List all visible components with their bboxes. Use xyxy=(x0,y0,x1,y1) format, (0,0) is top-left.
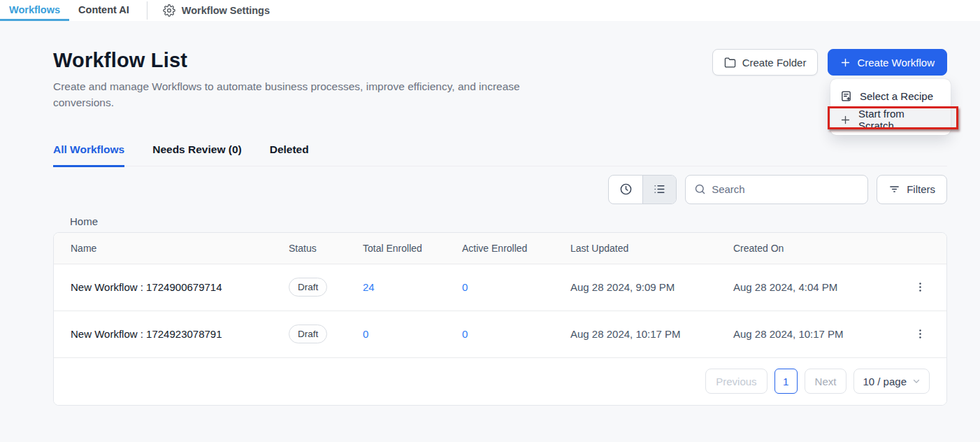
table-row[interactable]: New Workflow : 1724900679714 Draft 24 0 … xyxy=(54,264,946,311)
tab-needs-review[interactable]: Needs Review (0) xyxy=(152,143,242,167)
workflow-view-tabs: All Workflows Needs Review (0) Deleted xyxy=(53,143,947,166)
kebab-menu-icon xyxy=(914,328,926,340)
last-updated-value: Aug 28 2024, 10:17 PM xyxy=(570,328,733,340)
menu-item-label: Select a Recipe xyxy=(860,90,933,102)
created-on-value: Aug 28 2024, 10:17 PM xyxy=(733,328,894,340)
menu-item-label: Start from Scratch xyxy=(858,108,941,131)
search-box xyxy=(685,175,868,204)
last-updated-value: Aug 28 2024, 9:09 PM xyxy=(570,281,733,293)
active-enrolled-link[interactable]: 0 xyxy=(462,281,468,293)
clock-icon xyxy=(619,183,633,196)
status-badge: Draft xyxy=(289,278,327,297)
active-enrolled-link[interactable]: 0 xyxy=(462,328,468,340)
page-subtitle: Create and manage Workflows to automate … xyxy=(53,78,574,111)
topnav-tab-label: Workflows xyxy=(9,4,60,15)
workflow-table-card: Name Status Total Enrolled Active Enroll… xyxy=(53,232,947,406)
column-header-total-enrolled: Total Enrolled xyxy=(363,243,462,254)
create-folder-label: Create Folder xyxy=(742,57,807,69)
table-header-row: Name Status Total Enrolled Active Enroll… xyxy=(54,233,946,264)
tab-deleted[interactable]: Deleted xyxy=(270,143,309,167)
workflow-name[interactable]: New Workflow : 1724900679714 xyxy=(71,281,289,293)
history-view-button[interactable] xyxy=(609,176,642,204)
total-enrolled-link[interactable]: 0 xyxy=(363,328,368,340)
row-actions-button[interactable] xyxy=(894,281,946,293)
total-enrolled-link[interactable]: 24 xyxy=(363,281,375,293)
filters-button[interactable]: Filters xyxy=(877,175,947,204)
list-view-button[interactable] xyxy=(642,176,676,204)
row-actions-button[interactable] xyxy=(894,328,946,340)
workflow-settings-label: Workflow Settings xyxy=(182,5,270,16)
recipe-icon xyxy=(840,90,852,102)
create-workflow-label: Create Workflow xyxy=(857,57,935,69)
tab-all-workflows[interactable]: All Workflows xyxy=(53,143,124,167)
kebab-menu-icon xyxy=(914,281,926,293)
status-cell: Draft xyxy=(289,278,363,297)
plus-icon xyxy=(840,115,851,125)
topnav-tab-content-ai[interactable]: Content AI xyxy=(69,0,138,21)
menu-item-select-a-recipe[interactable]: Select a Recipe xyxy=(830,83,951,108)
folder-icon xyxy=(724,57,736,69)
list-view-icon xyxy=(653,183,666,196)
topnav-tab-workflows[interactable]: Workflows xyxy=(0,0,69,21)
plus-icon xyxy=(840,57,851,68)
breadcrumb[interactable]: Home xyxy=(53,215,947,227)
status-badge: Draft xyxy=(289,325,327,343)
gear-icon xyxy=(163,4,175,17)
page-header-text: Workflow List Create and manage Workflow… xyxy=(53,49,574,111)
previous-page-button[interactable]: Previous xyxy=(705,369,767,394)
create-workflow-button[interactable]: Create Workflow xyxy=(828,49,947,76)
workflow-name[interactable]: New Workflow : 1724923078791 xyxy=(71,328,289,340)
column-header-last-updated: Last Updated xyxy=(570,243,733,254)
next-page-button[interactable]: Next xyxy=(805,369,847,394)
status-cell: Draft xyxy=(289,325,363,343)
search-icon xyxy=(694,183,706,195)
chevron-down-icon xyxy=(912,377,921,385)
create-folder-button[interactable]: Create Folder xyxy=(712,49,819,76)
search-input[interactable] xyxy=(712,183,859,195)
column-header-name: Name xyxy=(71,243,289,254)
filter-icon xyxy=(888,183,900,195)
column-header-status: Status xyxy=(289,243,363,254)
table-row[interactable]: New Workflow : 1724923078791 Draft 0 0 A… xyxy=(54,311,946,357)
page-size-select[interactable]: 10 / page xyxy=(853,369,930,394)
view-mode-toggle xyxy=(608,175,677,204)
menu-item-start-from-scratch[interactable]: Start from Scratch xyxy=(830,108,951,131)
page-title: Workflow List xyxy=(53,49,574,72)
top-navigation: Workflows Content AI Workflow Settings xyxy=(0,0,980,21)
page-size-label: 10 / page xyxy=(863,376,907,387)
column-header-active-enrolled: Active Enrolled xyxy=(462,243,570,254)
filters-label: Filters xyxy=(907,183,935,195)
workflow-list-page: Workflow List Create and manage Workflow… xyxy=(0,21,980,406)
create-workflow-menu: Select a Recipe Start from Scratch xyxy=(830,79,951,135)
topnav-tab-label: Content AI xyxy=(78,4,129,15)
pagination-bar: Previous 1 Next 10 / page xyxy=(54,357,946,405)
column-header-created-on: Created On xyxy=(733,243,894,254)
page-header: Workflow List Create and manage Workflow… xyxy=(53,21,947,111)
page-number-button[interactable]: 1 xyxy=(774,369,798,394)
list-toolbar: Filters xyxy=(53,175,947,204)
topnav-divider xyxy=(147,1,147,20)
created-on-value: Aug 28 2024, 4:04 PM xyxy=(733,281,894,293)
topnav-workflow-settings[interactable]: Workflow Settings xyxy=(156,0,277,21)
